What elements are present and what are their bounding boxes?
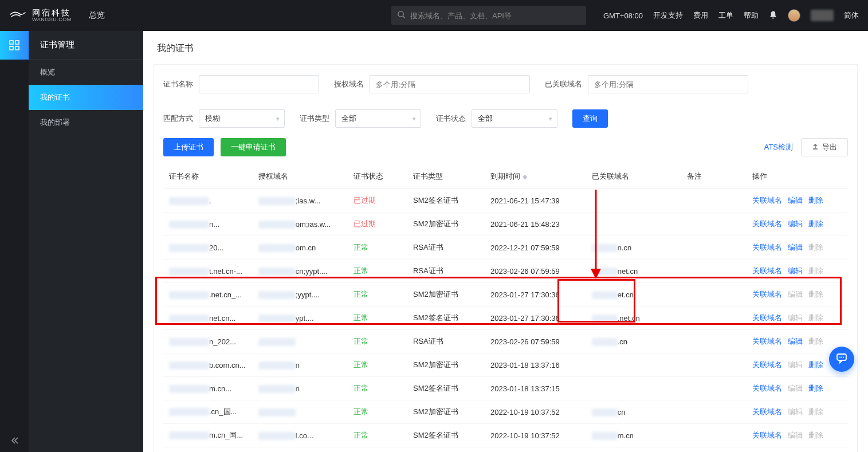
input-linked-domain[interactable]	[588, 75, 748, 93]
col-cert-status: 证书状态	[348, 164, 407, 189]
nav-devsupport[interactable]: 开发支持	[653, 10, 683, 21]
avatar[interactable]	[788, 9, 800, 22]
op-assoc-domain[interactable]: 关联域名	[752, 360, 782, 370]
overview-link[interactable]: 总览	[89, 10, 105, 21]
cell-auth-domain: l.co...	[253, 424, 348, 447]
op-edit[interactable]: 编辑	[788, 242, 803, 253]
col-cert-type: 证书类型	[407, 164, 485, 189]
svg-point-0	[398, 11, 403, 17]
op-edit: 编辑	[788, 407, 803, 417]
cell-linked: n.cn	[586, 236, 681, 260]
chat-icon	[836, 352, 847, 367]
op-delete[interactable]: 删除	[808, 383, 823, 394]
op-delete[interactable]: 删除	[808, 219, 823, 229]
select-cert-status[interactable]: 全部▾	[472, 109, 557, 128]
table-row: m.cn_国...l.co...正常SM2签名证书2022-10-19 10:3…	[163, 424, 848, 447]
op-edit: 编辑	[788, 289, 803, 300]
op-edit[interactable]: 编辑	[788, 219, 803, 229]
nav-help[interactable]: 帮助	[744, 10, 759, 21]
select-cert-type[interactable]: 全部▾	[335, 109, 421, 128]
query-button[interactable]: 查询	[572, 109, 608, 128]
select-match-mode[interactable]: 模糊▾	[199, 109, 285, 128]
op-assoc-domain[interactable]: 关联域名	[752, 407, 782, 417]
nav-ticket[interactable]: 工单	[718, 10, 733, 21]
op-assoc-domain[interactable]: 关联域名	[752, 383, 782, 394]
action-row: 上传证书 一键申请证书 ATS检测 导出	[163, 138, 848, 156]
col-remark: 备注	[681, 164, 747, 189]
table-row: .;ias.w...已过期SM2签名证书2021-06-21 15:47:39关…	[163, 189, 848, 213]
svg-rect-3	[15, 41, 19, 44]
bell-icon[interactable]	[769, 10, 777, 21]
nav-billing[interactable]: 费用	[693, 10, 708, 21]
left-rail	[0, 31, 29, 452]
search-input[interactable]	[410, 11, 580, 20]
export-button[interactable]: 导出	[801, 138, 848, 156]
ats-check-link[interactable]: ATS检测	[764, 142, 793, 152]
rail-collapse-icon[interactable]	[0, 429, 29, 452]
timezone[interactable]: GMT+08:00	[603, 11, 643, 20]
chevron-down-icon: ▾	[413, 115, 416, 123]
col-expire[interactable]: 到期时间◆	[485, 164, 586, 189]
input-cert-name[interactable]	[199, 75, 319, 93]
upload-cert-button[interactable]: 上传证书	[163, 138, 214, 156]
cell-ops: 关联域名编辑删除	[747, 189, 848, 213]
op-assoc-domain[interactable]: 关联域名	[752, 430, 782, 441]
global-search[interactable]	[391, 6, 586, 25]
oneclick-apply-button[interactable]: 一键申请证书	[221, 138, 286, 156]
cell-remark	[681, 447, 747, 453]
logo[interactable]: 网宿科技 WANGSU.COM	[9, 8, 72, 23]
table-row: net.cn...ypt....正常SM2签名证书2023-01-27 17:3…	[163, 306, 848, 330]
cell-type: SM2加密证书	[407, 283, 485, 306]
cell-status: 正常	[348, 400, 407, 424]
op-edit[interactable]: 编辑	[788, 195, 803, 206]
svg-rect-2	[10, 41, 13, 44]
table-row: .cn_国...正常SM2加密证书2022-10-19 10:37:52cn关联…	[163, 400, 848, 424]
cell-type: SM2签名证书	[407, 377, 485, 400]
op-assoc-domain[interactable]: 关联域名	[752, 289, 782, 300]
cell-expire: 2023-01-18 13:37:15	[485, 377, 586, 400]
cell-cert-name: n.cn...	[163, 447, 253, 453]
op-edit[interactable]: 编辑	[788, 336, 803, 347]
table-row: n.cn...m.cn;ma...正常SM2加密证书2022-12-31 13:…	[163, 447, 848, 453]
cell-status: 正常	[348, 260, 407, 283]
op-edit[interactable]: 编辑	[788, 266, 803, 276]
op-delete[interactable]: 删除	[808, 360, 823, 370]
cell-linked: .net.cn	[586, 306, 681, 330]
cell-expire: 2023-01-27 17:30:36	[485, 283, 586, 306]
op-assoc-domain[interactable]: 关联域名	[752, 336, 782, 347]
op-assoc-domain[interactable]: 关联域名	[752, 219, 782, 229]
lang-switch[interactable]: 简体	[844, 10, 859, 21]
cell-ops: 关联域名编辑删除	[747, 306, 848, 330]
op-delete[interactable]: 删除	[808, 195, 823, 206]
sidebar-item-my-deploy[interactable]: 我的部署	[29, 110, 143, 135]
cell-ops: 关联域名编辑删除	[747, 236, 848, 260]
op-assoc-domain[interactable]: 关联域名	[752, 242, 782, 253]
cell-type: SM2签名证书	[407, 189, 485, 213]
cell-status: 正常	[348, 377, 407, 400]
cell-ops: 关联域名编辑删除	[747, 283, 848, 306]
cell-type: SM2加密证书	[407, 213, 485, 236]
input-auth-domain[interactable]	[370, 75, 530, 93]
chat-fab[interactable]	[829, 347, 854, 372]
sidebar-item-my-certs[interactable]: 我的证书	[29, 85, 143, 110]
label-linked-domain: 已关联域名	[545, 79, 582, 89]
cell-remark	[681, 330, 747, 353]
cell-ops: 关联域名编辑删除	[747, 400, 848, 424]
rail-apps-icon[interactable]	[0, 31, 29, 60]
cell-expire: 2022-12-21 07:59:59	[485, 236, 586, 260]
op-assoc-domain[interactable]: 关联域名	[752, 313, 782, 323]
cell-linked: et.cn	[586, 283, 681, 306]
cell-type: SM2加密证书	[407, 447, 485, 453]
table-row: t.net.cn-...cn;yypt....正常RSA证书2023-02-26…	[163, 260, 848, 283]
op-delete: 删除	[808, 266, 823, 276]
cell-status: 正常	[348, 306, 407, 330]
cell-remark	[681, 189, 747, 213]
sidebar-item-overview[interactable]: 概览	[29, 60, 143, 85]
cell-remark	[681, 260, 747, 283]
op-assoc-domain[interactable]: 关联域名	[752, 195, 782, 206]
cell-remark	[681, 213, 747, 236]
cell-type: RSA证书	[407, 260, 485, 283]
cell-status: 已过期	[348, 189, 407, 213]
search-icon	[397, 10, 406, 21]
op-assoc-domain[interactable]: 关联域名	[752, 266, 782, 276]
